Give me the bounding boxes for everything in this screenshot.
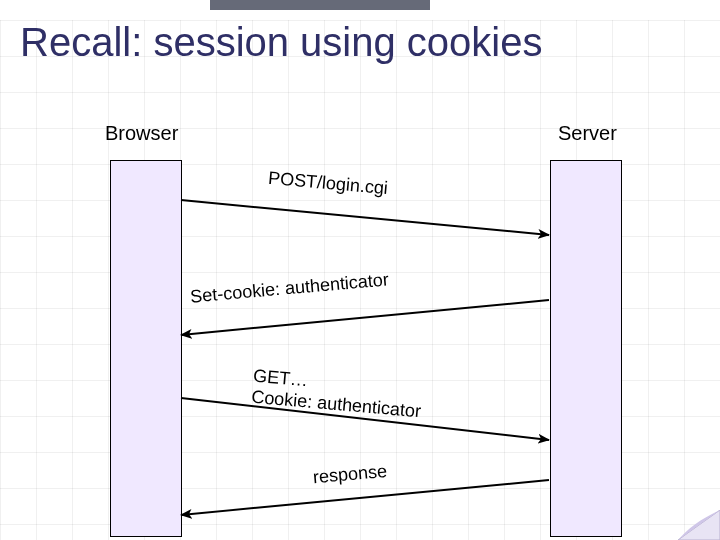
slide-title: Recall: session using cookies (20, 20, 542, 65)
page-curl-icon (678, 510, 720, 540)
browser-label: Browser (105, 122, 178, 145)
top-accent-bar (210, 0, 430, 10)
slide: Recall: session using cookies Browser Se… (0, 0, 720, 540)
server-lifeline-box (550, 160, 622, 537)
server-label: Server (558, 122, 617, 145)
browser-lifeline-box (110, 160, 182, 537)
